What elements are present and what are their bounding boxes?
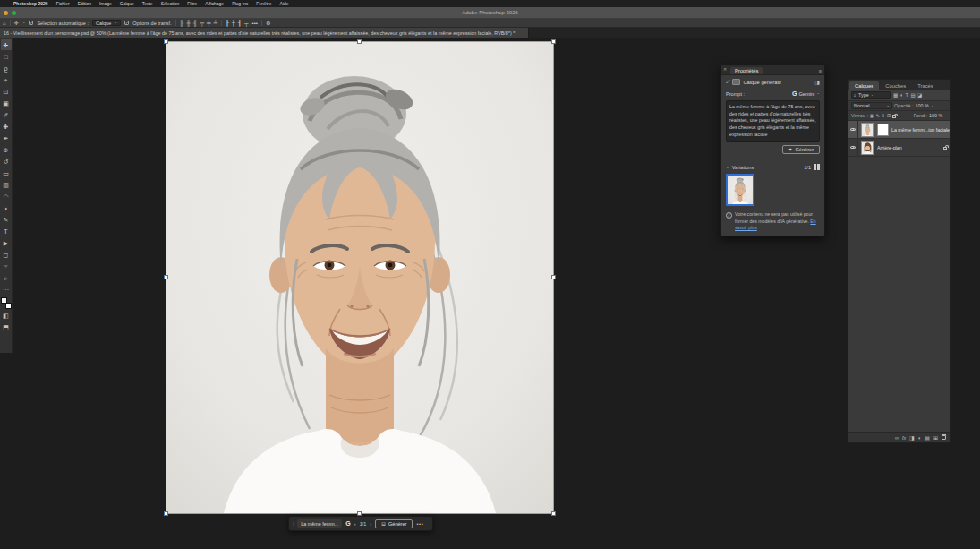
fill-value[interactable]: 100 %	[929, 113, 942, 118]
grid-view-icon[interactable]	[814, 164, 820, 170]
path-selection-tool[interactable]: ▶	[1, 237, 12, 248]
tab-couches[interactable]: Couches	[880, 81, 911, 90]
distribute-right-icon[interactable]: ┨	[238, 20, 242, 27]
menu-edition[interactable]: Edition	[78, 1, 91, 6]
chevron-down-icon[interactable]: ⌄	[931, 104, 934, 108]
type-tool[interactable]: T	[1, 226, 12, 236]
blend-mode-dropdown[interactable]: Normal ⌄	[851, 102, 892, 109]
drag-handle-icon[interactable]: ⁞⁞	[293, 521, 294, 527]
menu-fenetre[interactable]: Fenêtre	[256, 1, 271, 6]
model-selector[interactable]: G Gemini ⌄	[792, 90, 820, 97]
menu-image[interactable]: Image	[99, 1, 112, 6]
crop-tool[interactable]: ⊡	[1, 86, 12, 97]
tab-proprietes[interactable]: Propriétés	[730, 67, 763, 74]
next-variation-icon[interactable]: ›	[370, 521, 371, 527]
gradient-tool[interactable]: ▥	[1, 179, 12, 190]
lock-pixels-icon[interactable]: ✎	[876, 113, 880, 118]
lock-transparent-icon[interactable]: ▦	[870, 113, 874, 118]
move-tool[interactable]: ✛	[1, 39, 12, 50]
new-group-icon[interactable]: ▤	[925, 434, 930, 441]
filter-smart-icon[interactable]: ◪	[917, 92, 922, 98]
gemini-icon[interactable]: G	[345, 520, 350, 527]
transform-handle-top-right[interactable]	[551, 39, 556, 44]
layer-name[interactable]: La même femm...ion faciale	[891, 127, 950, 133]
transform-options-checkbox[interactable]: ✓	[124, 21, 129, 25]
dodge-tool[interactable]: ◖	[1, 202, 12, 213]
taskbar-generate-button[interactable]: ⊡ Générer	[375, 519, 413, 528]
menu-photoshop[interactable]: Photoshop 2026	[13, 1, 48, 6]
layer-thumbnail[interactable]	[861, 141, 874, 155]
filter-shape-icon[interactable]: ▤	[910, 92, 915, 98]
history-brush-tool[interactable]: ↺	[1, 156, 12, 167]
properties-panel-header[interactable]: ✕ Propriétés ≡	[721, 65, 824, 75]
layer-style-icon[interactable]: fx	[902, 435, 906, 441]
transform-handle-mid-right[interactable]	[551, 275, 556, 279]
lasso-tool[interactable]: ϱ	[1, 63, 12, 73]
frame-tool[interactable]: ▣	[1, 98, 12, 108]
home-icon[interactable]: ⌂	[3, 21, 6, 26]
auto-select-dropdown[interactable]: Calque ⌄	[92, 20, 121, 26]
healing-tool[interactable]: ✚	[1, 121, 12, 132]
distribute-center-icon[interactable]: ╂	[232, 20, 235, 27]
tab-traces[interactable]: Tracés	[912, 81, 939, 90]
link-layers-icon[interactable]: ∞	[895, 435, 899, 441]
tab-calques[interactable]: Calques	[849, 81, 879, 90]
more-options-icon[interactable]: •••	[252, 21, 258, 26]
visibility-toggle[interactable]	[848, 139, 858, 156]
delete-layer-icon[interactable]	[942, 435, 946, 441]
document-tab[interactable]: 16 - Vieillissement d'un personnage.psd …	[0, 28, 529, 38]
shape-tool[interactable]: ◻	[1, 249, 12, 260]
new-layer-icon[interactable]: ⊞	[933, 434, 938, 441]
menu-affichage[interactable]: Affichage	[205, 1, 224, 6]
brush-tool[interactable]: ✒	[1, 133, 12, 143]
screen-mode-icon[interactable]: ⬒	[1, 322, 12, 332]
layer-name[interactable]: Arrière-plan	[877, 145, 943, 150]
align-center-v-icon[interactable]: ╪	[207, 20, 211, 26]
align-top-icon[interactable]: ╤	[200, 20, 204, 26]
layer-row-background[interactable]: Arrière-plan	[848, 139, 950, 157]
taskbar-prompt-field[interactable]: La même femm...	[297, 519, 342, 528]
background-color-swatch[interactable]	[5, 303, 12, 309]
previous-variation-icon[interactable]: ‹	[354, 521, 356, 527]
align-center-h-icon[interactable]: ╫	[186, 20, 191, 26]
color-swatches[interactable]	[1, 297, 12, 309]
menu-texte[interactable]: Texte	[142, 1, 153, 6]
edit-toolbar-icon[interactable]: ⋯	[1, 284, 12, 295]
transform-handle-mid-left[interactable]	[164, 275, 168, 279]
align-right-icon[interactable]: ╢	[193, 20, 198, 26]
filter-type-icon[interactable]: T	[906, 92, 908, 98]
filter-pixel-icon[interactable]: ▦	[893, 92, 898, 98]
distribute-top-icon[interactable]: ┬	[244, 20, 249, 27]
variation-thumbnail[interactable]	[726, 174, 754, 206]
menu-calque[interactable]: Calque	[120, 1, 134, 6]
blur-tool[interactable]: ◠	[1, 191, 12, 202]
menu-selection[interactable]: Sélection	[161, 1, 180, 6]
adjustment-layer-icon[interactable]: ◐	[918, 435, 922, 441]
quick-mask-icon[interactable]: ◧	[1, 310, 12, 321]
transform-handle-bottom-right[interactable]	[551, 511, 556, 516]
pen-tool[interactable]: ✎	[1, 214, 12, 225]
align-left-icon[interactable]: ╟	[180, 20, 184, 26]
align-bottom-icon[interactable]: ╧	[214, 20, 218, 26]
chevron-down-icon[interactable]: ⌄	[944, 114, 948, 118]
foreground-color-swatch[interactable]	[1, 297, 7, 304]
canvas[interactable]	[166, 42, 553, 513]
menu-aide[interactable]: Aide	[279, 1, 288, 6]
opacity-value[interactable]: 100 %	[916, 103, 929, 108]
menu-filtre[interactable]: Filtre	[187, 1, 197, 6]
object-selection-tool[interactable]: ⌖	[1, 74, 12, 85]
lock-all-icon[interactable]	[892, 115, 896, 118]
transform-handle-top-left[interactable]	[164, 39, 168, 44]
generate-button[interactable]: ✦ Générer	[782, 145, 820, 154]
filter-type-dropdown[interactable]: ⌕ Type ⌄	[851, 91, 891, 99]
chevron-down-icon[interactable]: ⌄	[726, 166, 729, 170]
menu-fichier[interactable]: Fichier	[56, 1, 70, 6]
layer-row-generative[interactable]: La même femm...ion faciale	[848, 121, 950, 139]
add-mask-icon[interactable]: ◨	[909, 434, 915, 441]
workspace-icon[interactable]: ⚙	[266, 21, 270, 26]
visibility-toggle[interactable]	[848, 121, 858, 138]
prompt-textarea[interactable]: La même femme à l'âge de 75 ans, avec de…	[726, 100, 820, 142]
eyedropper-tool[interactable]: ✐	[1, 109, 12, 120]
distribute-left-icon[interactable]: ┠	[226, 20, 229, 27]
more-options-icon[interactable]: •••	[416, 521, 423, 527]
